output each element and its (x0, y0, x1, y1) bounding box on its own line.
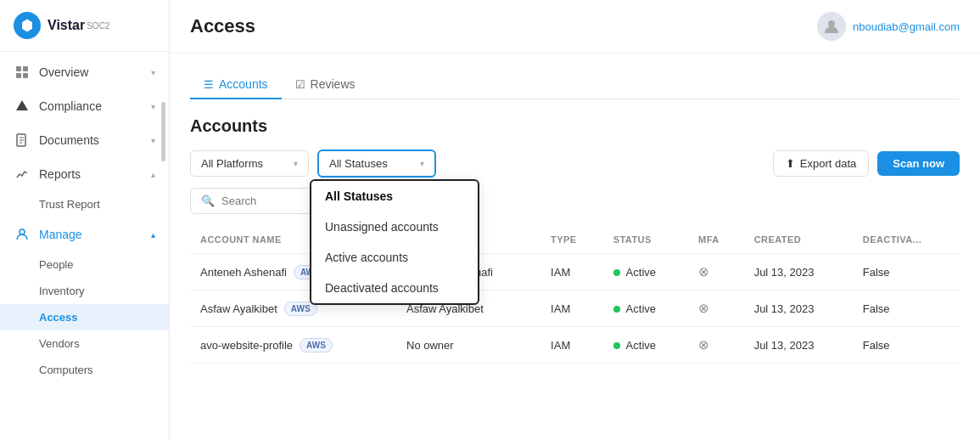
sidebar-item-trust-report-label: Trust Report (39, 198, 100, 211)
row-1-created: Jul 13, 2023 (744, 254, 853, 291)
topbar: Access nboudiab@gmail.com (170, 0, 980, 54)
sidebar-item-reports[interactable]: Reports ▴ (0, 157, 169, 191)
table-row: Asfaw Ayalkibet AWS Asfaw Ayalkibet IAM … (190, 291, 960, 327)
dropdown-item-all-statuses-label: All Statuses (325, 189, 393, 203)
sidebar-item-inventory[interactable]: Inventory (0, 278, 169, 304)
sidebar-item-documents[interactable]: Documents ▾ (0, 123, 169, 157)
chevron-up-icon: ▴ (151, 230, 155, 240)
export-icon: ⬆ (786, 157, 795, 170)
chevron-down-icon: ▾ (151, 102, 155, 111)
tabs-bar: ☰ Accounts ☑ Reviews (190, 71, 960, 99)
dropdown-item-unassigned[interactable]: Unassigned accounts (311, 212, 478, 242)
svg-point-9 (20, 229, 25, 234)
row-2-mfa: ⊗ (688, 291, 744, 327)
sidebar-item-documents-label: Documents (39, 133, 99, 147)
col-mfa: MFA (688, 226, 744, 254)
avatar (817, 12, 846, 41)
export-button-label: Export data (800, 157, 857, 170)
row-3-owner: No owner (396, 327, 540, 364)
row-1-status: Active (603, 254, 688, 291)
accounts-section-title: Accounts (190, 116, 960, 136)
app-badge: SOC2 (87, 21, 109, 31)
row-3-created: Jul 13, 2023 (744, 327, 853, 364)
accounts-tab-icon: ☰ (204, 78, 214, 91)
scan-button[interactable]: Scan now (877, 151, 960, 176)
compliance-icon (14, 98, 31, 115)
svg-rect-3 (23, 73, 28, 78)
sidebar-item-vendors-label: Vendors (39, 337, 80, 350)
row-3-status: Active (603, 327, 688, 364)
col-deactivated: DEACTIVA... (853, 226, 960, 254)
main-content: Access nboudiab@gmail.com ☰ Accounts ☑ R… (170, 0, 980, 440)
tab-reviews-label: Reviews (311, 77, 356, 91)
row-2-created: Jul 13, 2023 (744, 291, 853, 327)
logo-icon (14, 12, 41, 39)
col-status: STATUS (603, 226, 688, 254)
sidebar-item-computers[interactable]: Computers (0, 357, 169, 383)
sidebar-item-manage-label: Manage (39, 228, 82, 241)
dropdown-item-deactivated-label: Deactivated accounts (325, 281, 439, 295)
search-icon: 🔍 (201, 195, 215, 207)
col-created: CREATED (744, 226, 853, 254)
app-name: Vistar (48, 18, 85, 33)
topbar-right: nboudiab@gmail.com (817, 12, 960, 41)
platform-filter-label: All Platforms (201, 157, 263, 170)
status-filter-label: All Statuses (329, 157, 388, 170)
dropdown-item-unassigned-label: Unassigned accounts (325, 220, 439, 234)
row-1-mfa: ⊗ (688, 254, 744, 291)
row-3-type: IAM (540, 327, 603, 364)
row-3-deactivated: False (853, 327, 960, 364)
sidebar-item-people[interactable]: People (0, 251, 169, 278)
platform-badge-aws: AWS (300, 338, 333, 353)
nav-section: Overview ▾ Compliance ▾ Documents ▾ Repo… (0, 52, 169, 386)
status-filter[interactable]: All Statuses ▾ (317, 149, 436, 178)
chevron-down-icon: ▾ (420, 159, 424, 168)
table-row: avo-website-profile AWS No owner IAM Act… (190, 327, 960, 364)
sidebar-item-inventory-label: Inventory (39, 285, 84, 297)
export-button[interactable]: ⬆ Export data (773, 150, 870, 177)
page-title: Access (190, 15, 817, 37)
dropdown-item-deactivated[interactable]: Deactivated accounts (311, 273, 478, 303)
row-1-deactivated: False (853, 254, 960, 291)
sidebar: Vistar SOC2 Overview ▾ Compliance ▾ Docu… (0, 0, 170, 440)
row-3-mfa: ⊗ (688, 327, 744, 364)
tab-accounts-label: Accounts (219, 77, 268, 91)
row-2-deactivated: False (853, 291, 960, 327)
svg-rect-1 (23, 66, 28, 71)
user-email: nboudiab@gmail.com (853, 20, 960, 33)
tab-reviews[interactable]: ☑ Reviews (282, 71, 369, 99)
dropdown-item-active[interactable]: Active accounts (311, 242, 478, 273)
sidebar-item-compliance[interactable]: Compliance ▾ (0, 89, 169, 123)
documents-icon (14, 132, 31, 149)
chevron-down-icon: ▾ (294, 159, 298, 168)
status-dropdown: All Statuses Unassigned accounts Active … (310, 179, 479, 305)
dropdown-item-active-label: Active accounts (325, 251, 408, 264)
row-3-name: avo-website-profile AWS (190, 327, 396, 364)
content-area: ☰ Accounts ☑ Reviews Accounts All Platfo… (170, 54, 980, 440)
accounts-table-wrap: ACCOUNT NAME OWNER TYPE STATUS MFA CREAT… (190, 226, 960, 364)
sidebar-item-overview[interactable]: Overview ▾ (0, 55, 169, 89)
dropdown-item-all-statuses[interactable]: All Statuses (311, 181, 478, 212)
sidebar-item-trust-report[interactable]: Trust Report (0, 191, 169, 217)
filters-row: All Platforms ▾ All Statuses ▾ ⬆ Export … (190, 149, 960, 178)
platform-filter[interactable]: All Platforms ▾ (190, 150, 309, 177)
table-header: ACCOUNT NAME OWNER TYPE STATUS MFA CREAT… (190, 226, 960, 254)
tab-accounts[interactable]: ☰ Accounts (190, 71, 282, 99)
reports-icon (14, 166, 31, 183)
chevron-down-icon: ▾ (151, 136, 155, 145)
search-row: 🔍 (190, 188, 960, 214)
chevron-down-icon: ▾ (151, 68, 155, 77)
sidebar-item-computers-label: Computers (39, 364, 93, 376)
reviews-tab-icon: ☑ (295, 78, 305, 91)
sidebar-item-vendors[interactable]: Vendors (0, 330, 169, 357)
svg-rect-2 (16, 73, 21, 78)
logo-area: Vistar SOC2 (0, 0, 169, 52)
row-2-type: IAM (540, 291, 603, 327)
sidebar-item-access[interactable]: Access (0, 304, 169, 330)
manage-icon (14, 226, 31, 243)
svg-rect-0 (16, 66, 21, 71)
row-2-status: Active (603, 291, 688, 327)
sidebar-item-manage[interactable]: Manage ▴ (0, 217, 169, 251)
chevron-up-icon: ▴ (151, 170, 155, 179)
svg-marker-4 (16, 100, 28, 110)
